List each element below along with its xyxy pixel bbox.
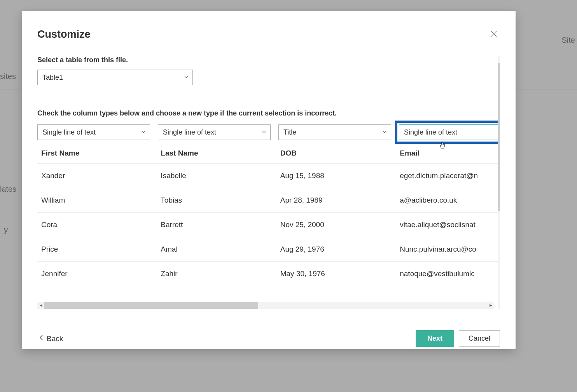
chevron-left-icon <box>39 334 44 343</box>
h-scroll-track[interactable] <box>44 302 487 309</box>
scroll-up-icon[interactable]: ▲ <box>498 56 500 63</box>
column-type-value: Title <box>283 128 296 136</box>
column-type-highlight: Single line of text <box>395 121 498 144</box>
column-type-dropdown-4[interactable]: Single line of text <box>399 124 498 140</box>
close-icon <box>491 30 497 38</box>
v-scroll-track[interactable] <box>498 63 500 302</box>
cell-email: natoque@vestibulumlc <box>396 262 498 286</box>
cell-email: vitae.aliquet@sociisnat <box>396 213 498 237</box>
next-button[interactable]: Next <box>416 330 454 347</box>
cell-dob: Apr 28, 1989 <box>276 188 396 213</box>
cell-dob: May 30, 1976 <box>276 262 396 286</box>
cell-dob: Aug 29, 1976 <box>276 237 396 262</box>
cell-first-name: William <box>37 188 157 213</box>
modal-footer: Back Next Cancel <box>37 330 500 347</box>
column-type-value: Single line of text <box>163 128 216 136</box>
modal-title: Customize <box>37 28 91 40</box>
horizontal-scrollbar[interactable]: ◀ ▶ <box>37 302 494 309</box>
cell-first-name: Price <box>37 237 157 262</box>
chevron-down-icon <box>262 129 266 135</box>
back-label: Back <box>47 334 63 343</box>
vertical-scrollbar[interactable]: ▲ ▼ <box>498 56 500 309</box>
table-row: Cora Barrett Nov 25, 2000 vitae.aliquet@… <box>37 213 498 237</box>
column-type-dropdown-3[interactable]: Title <box>278 124 391 140</box>
table-select-dropdown[interactable]: Table1 <box>37 70 193 85</box>
cell-first-name: Cora <box>37 213 157 237</box>
cell-email: a@aclibero.co.uk <box>396 188 498 213</box>
cancel-button[interactable]: Cancel <box>459 330 500 347</box>
column-type-dropdowns: Single line of text Single line of text … <box>37 124 498 140</box>
column-type-dropdown-1[interactable]: Single line of text <box>37 124 150 140</box>
preview-table: First Name Last Name DOB Email Xander Is… <box>37 143 498 286</box>
modal-header: Customize <box>37 28 500 40</box>
footer-right: Next Cancel <box>416 330 500 347</box>
chevron-down-icon <box>382 129 387 135</box>
table-row: Xander Isabelle Aug 15, 1988 eget.dictum… <box>37 164 498 188</box>
header-last-name: Last Name <box>157 143 276 164</box>
table-row: Price Amal Aug 29, 1976 Nunc.pulvinar.ar… <box>37 237 498 262</box>
cell-last-name: Amal <box>157 237 276 262</box>
modal-content: Select a table from this file. Table1 Ch… <box>37 56 500 320</box>
column-type-value: Single line of text <box>42 128 96 136</box>
back-button[interactable]: Back <box>37 332 65 345</box>
cell-email: Nunc.pulvinar.arcu@co <box>396 237 498 262</box>
cell-email: eget.dictum.placerat@n <box>396 164 498 188</box>
scroll-right-icon[interactable]: ▶ <box>487 302 494 309</box>
table-header-row: First Name Last Name DOB Email <box>37 143 498 164</box>
table-select-label: Select a table from this file. <box>37 56 498 64</box>
scroll-down-icon[interactable]: ▼ <box>498 302 500 309</box>
table-row: William Tobias Apr 28, 1989 a@aclibero.c… <box>37 188 498 213</box>
cell-dob: Nov 25, 2000 <box>276 213 396 237</box>
cell-first-name: Jennifer <box>37 262 157 286</box>
close-button[interactable] <box>488 28 500 40</box>
cell-last-name: Zahir <box>157 262 276 286</box>
table-select-value: Table1 <box>42 74 63 82</box>
table-row: Jennifer Zahir May 30, 1976 natoque@vest… <box>37 262 498 286</box>
h-scroll-thumb[interactable] <box>44 302 258 309</box>
scroll-left-icon[interactable]: ◀ <box>37 302 44 309</box>
customize-modal: Customize Select a table from this file.… <box>22 11 516 349</box>
cell-first-name: Xander <box>37 164 157 188</box>
columns-instruction-label: Check the column types below and choose … <box>37 109 498 117</box>
header-email: Email <box>396 143 498 164</box>
column-type-value: Single line of text <box>404 128 457 136</box>
chevron-down-icon <box>184 74 189 80</box>
content-inner: Select a table from this file. Table1 Ch… <box>37 56 498 309</box>
cell-last-name: Isabelle <box>157 164 276 188</box>
cell-last-name: Barrett <box>157 213 276 237</box>
v-scroll-thumb[interactable] <box>498 63 500 211</box>
column-type-dropdown-2[interactable]: Single line of text <box>158 124 271 140</box>
cell-dob: Aug 15, 1988 <box>276 164 396 188</box>
header-first-name: First Name <box>37 143 157 164</box>
header-dob: DOB <box>276 143 396 164</box>
cell-last-name: Tobias <box>157 188 276 213</box>
chevron-down-icon <box>141 129 146 135</box>
